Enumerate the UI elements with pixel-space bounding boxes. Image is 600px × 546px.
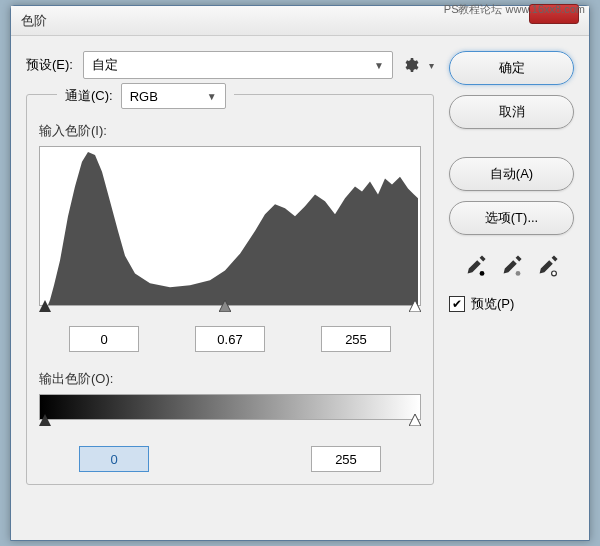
black-eyedropper-icon[interactable] [464, 253, 488, 277]
ok-button[interactable]: 确定 [449, 51, 574, 85]
input-slider[interactable] [39, 304, 421, 314]
eyedropper-tools [449, 253, 574, 277]
preset-value: 自定 [92, 56, 118, 74]
svg-point-2 [551, 271, 556, 276]
chevron-down-icon: ▼ [207, 91, 217, 102]
output-slider[interactable] [39, 418, 421, 428]
input-white-field[interactable] [321, 326, 391, 352]
gear-icon[interactable] [403, 57, 419, 73]
watermark: PS教程论坛 www.16xx8.com [444, 2, 585, 17]
svg-point-0 [479, 271, 484, 276]
output-white-field[interactable] [311, 446, 381, 472]
output-black-handle[interactable] [39, 414, 51, 426]
gear-menu-chevron[interactable]: ▾ [429, 60, 434, 71]
output-black-field[interactable] [79, 446, 149, 472]
output-white-handle[interactable] [409, 414, 421, 426]
histogram[interactable] [39, 146, 421, 306]
input-gamma-field[interactable] [195, 326, 265, 352]
window-title: 色阶 [21, 12, 47, 30]
auto-button[interactable]: 自动(A) [449, 157, 574, 191]
output-gradient[interactable] [39, 394, 421, 420]
chevron-down-icon: ▼ [374, 60, 384, 71]
preset-label: 预设(E): [26, 56, 73, 74]
output-levels-label: 输出色阶(O): [39, 370, 421, 388]
input-black-field[interactable] [69, 326, 139, 352]
black-point-handle[interactable] [39, 300, 51, 312]
channel-dropdown[interactable]: RGB ▼ [121, 83, 226, 109]
preview-checkbox[interactable]: ✔ [449, 296, 465, 312]
gamma-handle[interactable] [219, 300, 231, 312]
channel-label: 通道(C): [65, 87, 113, 105]
white-point-handle[interactable] [409, 300, 421, 312]
cancel-button[interactable]: 取消 [449, 95, 574, 129]
gray-eyedropper-icon[interactable] [500, 253, 524, 277]
levels-fieldset: 通道(C): RGB ▼ 输入色阶(I): [26, 94, 434, 485]
preview-label: 预览(P) [471, 295, 514, 313]
preset-dropdown[interactable]: 自定 ▼ [83, 51, 393, 79]
channel-value: RGB [130, 89, 158, 104]
input-levels-label: 输入色阶(I): [39, 122, 421, 140]
levels-dialog: 色阶 预设(E): 自定 ▼ ▾ 通道(C): RGB [10, 5, 590, 541]
white-eyedropper-icon[interactable] [536, 253, 560, 277]
options-button[interactable]: 选项(T)... [449, 201, 574, 235]
svg-point-1 [515, 271, 520, 276]
